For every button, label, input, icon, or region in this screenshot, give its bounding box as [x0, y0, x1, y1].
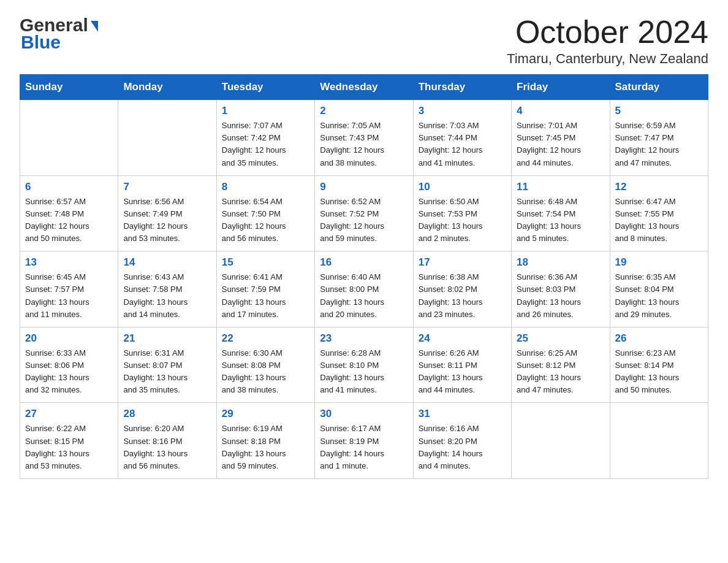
day-info: Sunrise: 6:26 AMSunset: 8:11 PMDaylight:… [419, 347, 506, 397]
day-info: Sunrise: 6:22 AMSunset: 8:15 PMDaylight:… [25, 423, 113, 472]
logo-triangle-icon [91, 21, 98, 32]
calendar-cell: 13Sunrise: 6:45 AMSunset: 7:57 PMDayligh… [20, 251, 118, 327]
day-info: Sunrise: 6:23 AMSunset: 8:14 PMDaylight:… [615, 347, 703, 397]
day-info: Sunrise: 6:45 AMSunset: 7:57 PMDaylight:… [25, 271, 113, 321]
day-number: 13 [25, 256, 113, 269]
calendar-cell: 1Sunrise: 7:07 AMSunset: 7:42 PMDaylight… [216, 100, 314, 176]
day-number: 30 [320, 408, 408, 420]
weekday-header-saturday: Saturday [610, 75, 708, 100]
day-info: Sunrise: 6:59 AMSunset: 7:47 PMDaylight:… [615, 120, 703, 169]
calendar-cell: 19Sunrise: 6:35 AMSunset: 8:04 PMDayligh… [610, 251, 708, 327]
day-info: Sunrise: 6:20 AMSunset: 8:16 PMDaylight:… [123, 423, 211, 472]
day-number: 25 [517, 332, 604, 345]
calendar-cell: 21Sunrise: 6:31 AMSunset: 8:07 PMDayligh… [118, 327, 216, 403]
day-number: 19 [615, 256, 703, 269]
day-info: Sunrise: 6:36 AMSunset: 8:03 PMDaylight:… [517, 271, 604, 321]
day-number: 15 [222, 256, 309, 269]
weekday-header-row: SundayMondayTuesdayWednesdayThursdayFrid… [20, 75, 708, 100]
day-number: 21 [123, 332, 211, 345]
calendar-cell: 25Sunrise: 6:25 AMSunset: 8:12 PMDayligh… [512, 327, 610, 403]
calendar-cell [20, 100, 118, 176]
calendar-cell: 18Sunrise: 6:36 AMSunset: 8:03 PMDayligh… [512, 251, 610, 327]
day-number: 20 [25, 332, 113, 345]
calendar-week-row: 1Sunrise: 7:07 AMSunset: 7:42 PMDaylight… [20, 100, 708, 176]
calendar-cell: 30Sunrise: 6:17 AMSunset: 8:19 PMDayligh… [315, 403, 413, 479]
day-info: Sunrise: 6:28 AMSunset: 8:10 PMDaylight:… [320, 347, 408, 397]
day-number: 1 [222, 105, 309, 117]
day-info: Sunrise: 6:50 AMSunset: 7:53 PMDaylight:… [419, 196, 506, 245]
day-number: 2 [320, 105, 408, 117]
calendar-week-row: 13Sunrise: 6:45 AMSunset: 7:57 PMDayligh… [20, 251, 708, 327]
calendar-cell: 29Sunrise: 6:19 AMSunset: 8:18 PMDayligh… [216, 403, 314, 479]
day-info: Sunrise: 6:16 AMSunset: 8:20 PMDaylight:… [419, 423, 506, 472]
calendar-cell: 16Sunrise: 6:40 AMSunset: 8:00 PMDayligh… [315, 251, 413, 327]
calendar-cell: 2Sunrise: 7:05 AMSunset: 7:43 PMDaylight… [315, 100, 413, 176]
title-block: October 2024 Timaru, Canterbury, New Zea… [507, 15, 708, 67]
day-info: Sunrise: 6:19 AMSunset: 8:18 PMDaylight:… [222, 423, 309, 472]
calendar-cell: 31Sunrise: 6:16 AMSunset: 8:20 PMDayligh… [413, 403, 511, 479]
calendar-cell: 28Sunrise: 6:20 AMSunset: 8:16 PMDayligh… [118, 403, 216, 479]
day-info: Sunrise: 7:01 AMSunset: 7:45 PMDaylight:… [517, 120, 604, 169]
day-number: 22 [222, 332, 309, 345]
day-number: 23 [320, 332, 408, 345]
day-info: Sunrise: 6:57 AMSunset: 7:48 PMDaylight:… [25, 196, 113, 245]
day-number: 27 [25, 408, 113, 420]
calendar-cell: 27Sunrise: 6:22 AMSunset: 8:15 PMDayligh… [20, 403, 118, 479]
day-number: 5 [615, 105, 703, 117]
calendar-week-row: 27Sunrise: 6:22 AMSunset: 8:15 PMDayligh… [20, 403, 708, 479]
calendar-cell: 26Sunrise: 6:23 AMSunset: 8:14 PMDayligh… [610, 327, 708, 403]
calendar-cell [610, 403, 708, 479]
calendar-cell: 4Sunrise: 7:01 AMSunset: 7:45 PMDaylight… [512, 100, 610, 176]
day-info: Sunrise: 6:47 AMSunset: 7:55 PMDaylight:… [615, 196, 703, 245]
calendar-cell: 23Sunrise: 6:28 AMSunset: 8:10 PMDayligh… [315, 327, 413, 403]
calendar-week-row: 6Sunrise: 6:57 AMSunset: 7:48 PMDaylight… [20, 175, 708, 251]
day-info: Sunrise: 6:38 AMSunset: 8:02 PMDaylight:… [419, 271, 506, 321]
calendar-cell: 7Sunrise: 6:56 AMSunset: 7:49 PMDaylight… [118, 175, 216, 251]
day-number: 31 [419, 408, 506, 420]
day-info: Sunrise: 6:30 AMSunset: 8:08 PMDaylight:… [222, 347, 309, 397]
weekday-header-thursday: Thursday [413, 75, 511, 100]
weekday-header-friday: Friday [512, 75, 610, 100]
day-number: 11 [517, 181, 604, 193]
day-info: Sunrise: 6:41 AMSunset: 7:59 PMDaylight:… [222, 271, 309, 321]
day-number: 18 [517, 256, 604, 269]
calendar-cell: 8Sunrise: 6:54 AMSunset: 7:50 PMDaylight… [216, 175, 314, 251]
day-number: 24 [419, 332, 506, 345]
calendar-cell: 9Sunrise: 6:52 AMSunset: 7:52 PMDaylight… [315, 175, 413, 251]
logo-blue-text: Blue [21, 32, 98, 53]
day-info: Sunrise: 7:03 AMSunset: 7:44 PMDaylight:… [419, 120, 506, 169]
day-info: Sunrise: 7:05 AMSunset: 7:43 PMDaylight:… [320, 120, 408, 169]
day-number: 16 [320, 256, 408, 269]
month-title: October 2024 [507, 15, 708, 50]
calendar-table: SundayMondayTuesdayWednesdayThursdayFrid… [20, 74, 708, 479]
weekday-header-tuesday: Tuesday [216, 75, 314, 100]
calendar-cell: 5Sunrise: 6:59 AMSunset: 7:47 PMDaylight… [610, 100, 708, 176]
calendar-cell: 6Sunrise: 6:57 AMSunset: 7:48 PMDaylight… [20, 175, 118, 251]
calendar-cell: 3Sunrise: 7:03 AMSunset: 7:44 PMDaylight… [413, 100, 511, 176]
calendar-cell: 14Sunrise: 6:43 AMSunset: 7:58 PMDayligh… [118, 251, 216, 327]
day-info: Sunrise: 7:07 AMSunset: 7:42 PMDaylight:… [222, 120, 309, 169]
day-info: Sunrise: 6:31 AMSunset: 8:07 PMDaylight:… [123, 347, 211, 397]
day-number: 3 [419, 105, 506, 117]
calendar-cell: 10Sunrise: 6:50 AMSunset: 7:53 PMDayligh… [413, 175, 511, 251]
day-info: Sunrise: 6:43 AMSunset: 7:58 PMDaylight:… [123, 271, 211, 321]
day-number: 9 [320, 181, 408, 193]
day-info: Sunrise: 6:17 AMSunset: 8:19 PMDaylight:… [320, 423, 408, 472]
day-info: Sunrise: 6:54 AMSunset: 7:50 PMDaylight:… [222, 196, 309, 245]
calendar-cell [118, 100, 216, 176]
day-info: Sunrise: 6:40 AMSunset: 8:00 PMDaylight:… [320, 271, 408, 321]
day-number: 4 [517, 105, 604, 117]
calendar-week-row: 20Sunrise: 6:33 AMSunset: 8:06 PMDayligh… [20, 327, 708, 403]
logo: General Blue [20, 15, 98, 53]
day-info: Sunrise: 6:48 AMSunset: 7:54 PMDaylight:… [517, 196, 604, 245]
location-text: Timaru, Canterbury, New Zealand [507, 51, 708, 67]
calendar-cell: 24Sunrise: 6:26 AMSunset: 8:11 PMDayligh… [413, 327, 511, 403]
calendar-cell: 17Sunrise: 6:38 AMSunset: 8:02 PMDayligh… [413, 251, 511, 327]
day-number: 28 [123, 408, 211, 420]
calendar-cell: 20Sunrise: 6:33 AMSunset: 8:06 PMDayligh… [20, 327, 118, 403]
weekday-header-monday: Monday [118, 75, 216, 100]
page-header: General Blue October 2024 Timaru, Canter… [20, 15, 708, 67]
day-number: 6 [25, 181, 113, 193]
day-info: Sunrise: 6:25 AMSunset: 8:12 PMDaylight:… [517, 347, 604, 397]
day-number: 17 [419, 256, 506, 269]
